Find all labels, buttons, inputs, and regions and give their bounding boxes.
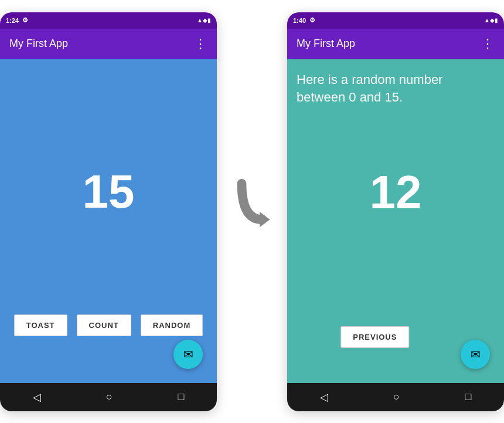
arrow-svg [231,174,273,250]
status-bar-left-2: 1:40 ⚙ [293,16,315,24]
random-button[interactable]: RANDOM [141,314,203,336]
previous-button[interactable]: PREVIOUS [340,326,409,348]
nav-bar-2: ◁ ○ □ [287,383,504,411]
fab-2[interactable]: ✉ [461,340,490,369]
fab-icon-1: ✉ [183,347,193,361]
content-area-2: Here is a random number between 0 and 15… [287,59,504,383]
fab-1[interactable]: ✉ [173,340,203,369]
status-bar-left-1: 1:24 ⚙ [6,16,28,24]
recent-button-2[interactable]: □ [465,391,471,403]
home-button-2[interactable]: ○ [393,391,400,403]
home-button-1[interactable]: ○ [106,391,113,403]
time-2: 1:40 [293,17,306,24]
nav-bar-1: ◁ ○ □ [0,383,217,411]
transition-arrow [229,153,275,270]
signal-icons-1: ▲◆▮ [197,17,211,23]
app-bar-1: My First App ⋮ [0,29,217,59]
button-row-1: TOAST COUNT RANDOM [14,314,203,336]
phone-1: 1:24 ⚙ ▲◆▮ My First App ⋮ 15 TOAST COUNT… [0,12,217,411]
random-description: Here is a random number between 0 and 15… [297,71,495,107]
status-bar-1: 1:24 ⚙ ▲◆▮ [0,12,217,29]
fab-icon-2: ✉ [471,347,481,361]
settings-icon-1: ⚙ [22,16,28,24]
app-title-2: My First App [297,38,481,50]
menu-icon-2[interactable]: ⋮ [481,36,495,52]
app-title-1: My First App [9,38,194,50]
time-1: 1:24 [6,17,19,24]
settings-icon-2: ⚙ [309,16,315,24]
recent-button-1[interactable]: □ [178,391,184,403]
status-bar-right-2: ▲◆▮ [484,17,498,23]
menu-icon-1[interactable]: ⋮ [194,36,207,52]
status-bar-right-1: ▲◆▮ [197,17,211,23]
back-button-2[interactable]: ◁ [320,391,328,404]
toast-button[interactable]: TOAST [14,314,67,336]
count-button[interactable]: COUNT [77,314,131,336]
main-number-2: 12 [297,165,495,219]
phone-2: 1:40 ⚙ ▲◆▮ My First App ⋮ Here is a rand… [287,12,504,411]
status-bar-2: 1:40 ⚙ ▲◆▮ [287,12,504,29]
content-area-1: 15 TOAST COUNT RANDOM ✉ [0,59,217,383]
main-number-1: 15 [83,165,135,219]
back-button-1[interactable]: ◁ [33,391,41,404]
svg-marker-0 [260,212,270,227]
scene: 1:24 ⚙ ▲◆▮ My First App ⋮ 15 TOAST COUNT… [0,0,504,423]
signal-icons-2: ▲◆▮ [484,17,498,23]
app-bar-2: My First App ⋮ [287,29,504,59]
